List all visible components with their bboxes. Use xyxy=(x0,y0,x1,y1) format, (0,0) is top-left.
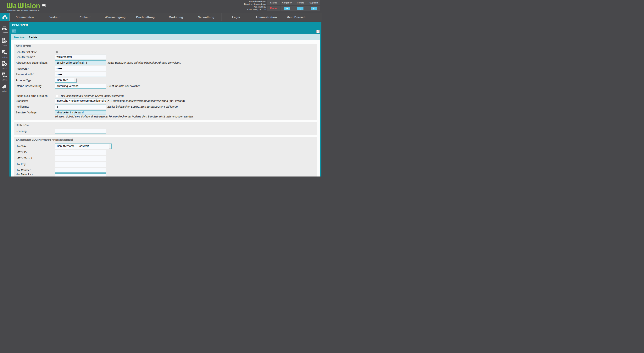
svg-text:a: a xyxy=(13,3,17,8)
svg-text:€: € xyxy=(5,63,6,66)
svg-text:ision: ision xyxy=(24,3,40,8)
